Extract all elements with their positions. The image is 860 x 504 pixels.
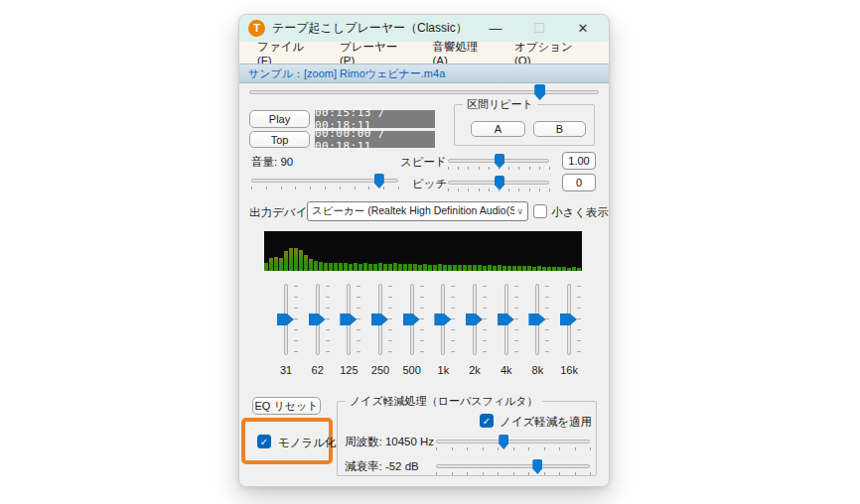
play-button[interactable]: Play	[249, 110, 310, 128]
spectrum-bar	[269, 258, 273, 271]
noise-atten-thumb[interactable]	[532, 459, 542, 474]
eq-tick	[451, 340, 455, 341]
spectrum-bar	[453, 265, 457, 271]
window-controls: — ☐ ✕	[474, 15, 605, 42]
spectrum-bar	[493, 266, 497, 271]
spectrum-bar	[264, 263, 268, 271]
spectrum-bar	[349, 264, 353, 271]
output-device-select[interactable]: スピーカー (Realtek High Definition Audio(S ∨	[307, 201, 528, 221]
spectrum-analyzer	[264, 231, 582, 271]
slider-tick	[508, 189, 509, 191]
spectrum-bar	[483, 266, 487, 271]
eq-tick	[483, 286, 487, 287]
eq-tick	[577, 329, 581, 330]
slider-tick	[483, 472, 484, 475]
slider-tick	[436, 447, 437, 450]
noise-atten-label: 減衰率: -52 dB	[345, 459, 419, 474]
speed-thumb[interactable]	[495, 154, 504, 169]
seek-track[interactable]	[249, 90, 599, 94]
eq-tick	[545, 308, 549, 309]
spectrum-bar	[314, 261, 318, 271]
eq-tick	[545, 297, 549, 298]
slider-tick	[458, 189, 459, 191]
eq-thumb-250[interactable]	[371, 314, 388, 325]
eq-tick	[420, 286, 424, 287]
eq-tick	[514, 308, 518, 309]
eq-tick	[357, 297, 360, 298]
pitch-thumb[interactable]	[495, 176, 504, 190]
slider-tick	[251, 187, 252, 189]
eq-band-label: 125	[334, 364, 363, 376]
spectrum-bar	[324, 263, 328, 271]
slider-tick	[529, 167, 530, 170]
spectrum-bar	[468, 265, 472, 271]
eq-tick	[388, 351, 392, 352]
slider-tick	[559, 447, 560, 450]
spectrum-bar	[363, 263, 367, 271]
eq-tick	[294, 329, 298, 330]
slider-tick	[528, 447, 529, 450]
slider-tick	[590, 472, 591, 475]
mono-checkbox[interactable]: ✓	[257, 435, 271, 448]
spectrum-bar	[438, 264, 442, 271]
eq-reset-button[interactable]: EQ リセット	[252, 397, 321, 415]
eq-tick	[483, 340, 487, 341]
spectrum-bar	[403, 264, 407, 271]
noise-apply-checkbox[interactable]: ✓	[480, 414, 494, 428]
eq-tick	[388, 297, 392, 298]
top-button[interactable]: Top	[249, 131, 310, 148]
slider-tick	[448, 189, 449, 191]
spectrum-bar	[557, 267, 561, 271]
speed-value[interactable]: 1.00	[562, 152, 596, 170]
spectrum-bar	[398, 264, 402, 271]
slider-tick	[539, 167, 540, 170]
minimize-button[interactable]: —	[474, 15, 517, 42]
spectrum-bar	[339, 263, 343, 271]
compact-view-checkbox[interactable]	[533, 204, 547, 218]
eq-tick	[294, 351, 298, 352]
eq-thumb-2k[interactable]	[466, 314, 483, 325]
spectrum-bar	[309, 259, 313, 271]
eq-tick	[294, 340, 298, 341]
eq-thumb-500[interactable]	[403, 314, 420, 325]
pitch-value[interactable]: 0	[562, 174, 596, 191]
menu-file[interactable]: ファイル(F)	[257, 40, 312, 66]
eq-tick	[357, 286, 360, 287]
eq-thumb-4k[interactable]	[498, 314, 514, 325]
eq-thumb-1k[interactable]	[434, 314, 451, 325]
window-title: テープ起こしプレーヤー（Classic）	[272, 20, 468, 37]
eq-thumb-16k[interactable]	[560, 314, 577, 325]
eq-thumb-31[interactable]	[277, 314, 294, 325]
noise-freq-track[interactable]	[436, 440, 590, 443]
eq-tick	[514, 297, 518, 298]
eq-thumb-125[interactable]	[340, 314, 357, 325]
slider-tick	[310, 187, 311, 189]
menu-options[interactable]: オプション(O)	[514, 40, 581, 66]
eq-tick	[514, 351, 518, 352]
slider-tick	[549, 189, 550, 191]
noise-freq-thumb[interactable]	[499, 435, 508, 449]
repeat-a-button[interactable]: A	[471, 121, 525, 137]
noise-reduction-group: ノイズ軽減処理（ローパスフィルタ） ✓ ノイズ軽減を適用 周波数: 10450 …	[337, 401, 597, 476]
app-window: T テープ起こしプレーヤー（Classic） — ☐ ✕ ファイル(F) プレー…	[238, 14, 610, 487]
spectrum-bar	[329, 263, 333, 271]
slider-tick	[468, 167, 469, 170]
eq-tick	[326, 329, 330, 330]
menu-player[interactable]: プレーヤー(P)	[340, 40, 404, 66]
slider-tick	[544, 447, 545, 450]
title-bar[interactable]: T テープ起こしプレーヤー（Classic） — ☐ ✕	[239, 15, 609, 42]
slider-tick	[489, 167, 490, 170]
repeat-b-button[interactable]: B	[533, 121, 586, 137]
eq-thumb-8k[interactable]	[528, 314, 545, 325]
menu-audio-processing[interactable]: 音響処理(A)	[432, 40, 487, 66]
spectrum-bar	[418, 265, 422, 271]
slider-tick	[518, 167, 519, 170]
slider-tick	[325, 187, 326, 189]
eq-tick	[545, 286, 549, 287]
eq-tick	[357, 318, 360, 319]
noise-atten-track[interactable]	[436, 464, 590, 468]
spectrum-bar	[478, 265, 482, 271]
close-button[interactable]: ✕	[561, 15, 605, 42]
eq-thumb-62[interactable]	[309, 314, 326, 325]
eq-tick	[326, 351, 330, 352]
